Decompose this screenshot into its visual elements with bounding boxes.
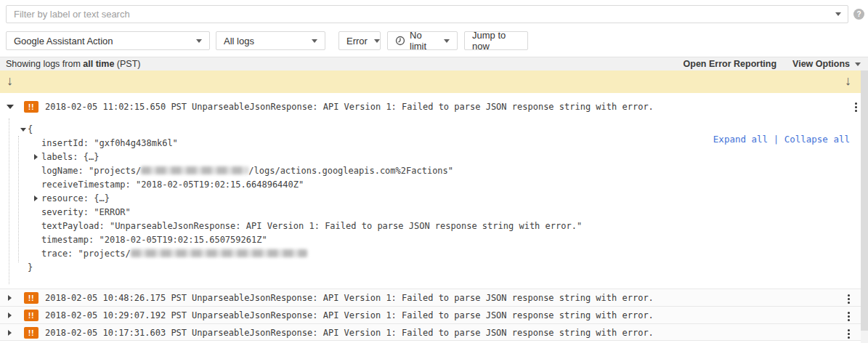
chevron-down-icon [855, 62, 861, 66]
json-line-textpayload: textPayload: "UnparseableJsonResponse: A… [20, 219, 582, 233]
log-entry-expanded[interactable]: !! 2018-02-05 11:02:15.650 PSTUnparseabl… [0, 97, 861, 116]
status-bar: Showing logs from all time (PST) Open Er… [0, 57, 868, 70]
jump-to-now-label: Jump to now [472, 30, 520, 52]
log-timestamp: 2018-02-05 10:17:31.603 PST [45, 328, 187, 338]
log-timestamp: 2018-02-05 10:48:26.175 PST [45, 293, 187, 303]
expand-triangle-icon[interactable] [8, 312, 12, 318]
time-limit-select[interactable]: No limit [387, 31, 458, 50]
json-line-receivetimestamp: receiveTimestamp: "2018-02-05T19:02:15.6… [20, 178, 582, 192]
chevron-down-icon [444, 39, 450, 43]
logs-select[interactable]: All logs [216, 31, 325, 50]
resource-select[interactable]: Google Assistant Action [6, 31, 210, 50]
severity-select[interactable]: Error [338, 31, 381, 50]
log-timestamp: 2018-02-05 10:29:07.192 PST [45, 310, 187, 320]
time-limit-select-value: No limit [410, 30, 439, 52]
resource-select-value: Google Assistant Action [14, 36, 196, 47]
chevron-down-icon [312, 39, 317, 43]
log-message: UnparseableJsonResponse: API Version 1: … [192, 102, 654, 112]
chevron-down-icon [374, 39, 380, 43]
log-message: UnparseableJsonResponse: API Version 1: … [192, 310, 654, 320]
log-message: UnparseableJsonResponse: API Version 1: … [192, 293, 654, 303]
json-line-logname: logName: "projects//logs/actions.googlea… [20, 164, 582, 178]
scrollbar-thumb[interactable] [861, 70, 868, 331]
chevron-down-icon[interactable] [835, 12, 841, 16]
error-severity-badge-icon: !! [24, 310, 38, 321]
scroll-down-arrow-icon[interactable]: ↓ [845, 73, 851, 89]
log-message: UnparseableJsonResponse: API Version 1: … [192, 328, 654, 338]
expand-triangle-icon[interactable] [34, 195, 38, 201]
entry-menu-icon[interactable] [848, 329, 851, 339]
logs-viewer: ? Google Assistant Action All logs Error… [0, 0, 868, 343]
json-payload-viewer: { insertId: "gxf0h4g438mk6l" labels: {…}… [20, 123, 582, 275]
jump-to-now-button[interactable]: Jump to now [464, 31, 528, 50]
scroll-down-arrow-icon[interactable]: ↓ [7, 73, 13, 89]
expand-triangle-icon[interactable] [8, 295, 12, 301]
error-severity-badge-icon: !! [24, 292, 38, 304]
help-icon[interactable]: ? [853, 9, 864, 20]
entry-menu-icon[interactable] [848, 294, 851, 304]
view-options-label: View Options [792, 59, 850, 69]
collapse-all-link[interactable]: Collapse all [784, 134, 850, 145]
logs-select-value: All logs [224, 36, 312, 47]
entry-menu-icon[interactable] [855, 102, 858, 112]
json-close-line: } [20, 261, 582, 275]
view-options-button[interactable]: View Options [792, 59, 861, 69]
open-error-reporting-link[interactable]: Open Error Reporting [684, 59, 776, 69]
load-older-newer-band: ↓ ↓ [0, 70, 861, 93]
chevron-down-icon [196, 39, 202, 43]
log-entry-list: !! 2018-02-05 10:48:26.175 PSTUnparseabl… [0, 288, 861, 341]
entry-menu-icon[interactable] [848, 312, 851, 321]
log-entry-collapsed[interactable]: !! 2018-02-05 10:29:07.192 PSTUnparseabl… [0, 306, 861, 323]
search-input[interactable] [6, 5, 848, 23]
json-line-trace: trace: "projects/ [20, 247, 582, 261]
vertical-scrollbar[interactable] [861, 70, 868, 343]
expand-collapse-links: Expand all | Collapse all [691, 123, 850, 156]
error-severity-badge-icon: !! [24, 101, 38, 113]
expand-triangle-icon[interactable] [34, 154, 38, 160]
json-line-labels[interactable]: labels: {…} [20, 150, 582, 164]
json-root-line[interactable]: { [20, 123, 582, 137]
collapse-triangle-icon[interactable] [7, 105, 14, 109]
log-timestamp: 2018-02-05 11:02:15.650 PST [45, 102, 187, 112]
json-line-severity: severity: "ERROR" [20, 206, 582, 219]
showing-logs-text: Showing logs from all time (PST) [6, 59, 141, 69]
log-entry-collapsed[interactable]: !! 2018-02-05 10:48:26.175 PSTUnparseabl… [0, 288, 861, 306]
expand-triangle-icon[interactable] [8, 330, 12, 336]
links-separator: | [768, 134, 784, 145]
tree-indent-guide [18, 136, 19, 262]
collapse-triangle-icon[interactable] [20, 128, 26, 132]
tree-indent-guide [9, 118, 9, 284]
redacted-trace-id [131, 249, 307, 257]
json-line-insertid: insertId: "gxf0h4g438mk6l" [20, 137, 582, 150]
clock-icon [395, 36, 405, 46]
redacted-project-id [141, 166, 248, 174]
log-entry-collapsed[interactable]: !! 2018-02-05 10:17:31.603 PSTUnparseabl… [0, 323, 861, 341]
expand-all-link[interactable]: Expand all [713, 134, 768, 145]
json-line-resource[interactable]: resource: {…} [20, 192, 582, 206]
severity-select-value: Error [346, 36, 368, 47]
error-severity-badge-icon: !! [24, 327, 38, 339]
json-line-timestamp: timestamp: "2018-02-05T19:02:15.65075926… [20, 233, 582, 247]
